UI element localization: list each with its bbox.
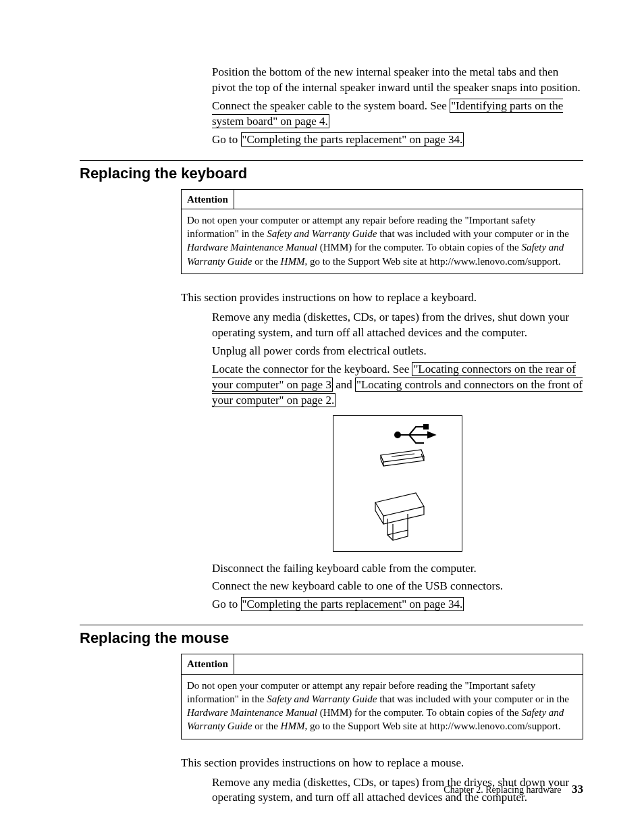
t: HMM <box>281 256 305 267</box>
heading-replacing-keyboard: Replacing the keyboard <box>80 165 583 182</box>
keyboard-step-2: Unplug all power cords from electrical o… <box>212 344 583 359</box>
mouse-intro: This section provides instructions on ho… <box>181 756 583 771</box>
usb-connector-figure <box>333 415 462 552</box>
section-divider <box>80 160 583 161</box>
section-divider-2 <box>80 625 583 625</box>
attention-label: Attention <box>182 654 234 673</box>
keyboard-intro: This section provides instructions on ho… <box>181 290 583 306</box>
keyboard-step-5: Connect the new keyboard cable to one of… <box>212 579 583 594</box>
t: Hardware Maintenance Manual <box>187 707 317 718</box>
heading-replacing-mouse: Replacing the mouse <box>80 629 583 647</box>
attention-box-mouse: Attention Do not open your computer or a… <box>181 654 583 739</box>
intro-step-position: Position the bottom of the new internal … <box>212 65 583 96</box>
t: Safety and Warranty Guide <box>267 228 377 239</box>
intro-step-goto: Go to "Completing the parts replacement"… <box>212 132 583 148</box>
footer-page-number: 33 <box>572 783 583 796</box>
t: (HMM) for the computer. To obtain copies… <box>317 242 521 253</box>
intro-step-connect: Connect the speaker cable to the system … <box>212 99 583 130</box>
keyboard-step-6: Go to "Completing the parts replacement"… <box>212 597 583 613</box>
t: Hardware Maintenance Manual <box>187 242 317 253</box>
svg-line-8 <box>392 454 414 457</box>
link-completing-replacement[interactable]: "Completing the parts replacement" on pa… <box>241 132 464 147</box>
t: , go to the Support Web site at http://w… <box>304 721 560 731</box>
attention-title-row: Attention <box>182 190 583 209</box>
t: Go to <box>212 598 241 610</box>
svg-marker-4 <box>381 450 424 462</box>
svg-point-0 <box>395 432 400 438</box>
t: HMM <box>281 721 305 731</box>
keyboard-step-4: Disconnect the failing keyboard cable fr… <box>212 561 583 577</box>
t: or the <box>252 721 281 731</box>
link-completing-replacement-2[interactable]: "Completing the parts replacement" on pa… <box>241 597 464 611</box>
t: that was included with your computer or … <box>377 694 569 704</box>
t: (HMM) for the computer. To obtain copies… <box>317 707 521 718</box>
footer-chapter: Chapter 2. Replacing hardware <box>444 785 561 795</box>
t: or the <box>252 256 281 267</box>
svg-rect-2 <box>424 425 428 429</box>
attention-body: Do not open your computer or attempt any… <box>182 675 583 739</box>
keyboard-step-3: Locate the connector for the keyboard. S… <box>212 362 583 409</box>
keyboard-step-1: Remove any media (diskettes, CDs, or tap… <box>212 310 583 341</box>
svg-marker-3 <box>428 432 435 438</box>
page-footer: Chapter 2. Replacing hardware 33 <box>444 783 583 796</box>
t: Locate the connector for the keyboard. S… <box>212 363 412 375</box>
t: , go to the Support Web site at http://w… <box>304 256 560 267</box>
t: that was included with your computer or … <box>377 228 569 239</box>
attention-body: Do not open your computer or attempt any… <box>182 209 583 273</box>
attention-label: Attention <box>182 190 234 209</box>
svg-marker-9 <box>375 493 424 516</box>
t: and <box>333 378 355 391</box>
attention-box-keyboard: Attention Do not open your computer or a… <box>181 189 583 274</box>
text: Go to <box>212 133 241 146</box>
attention-title-row: Attention <box>182 654 583 674</box>
text: Connect the speaker cable to the system … <box>212 99 450 112</box>
t: Safety and Warranty Guide <box>267 694 377 704</box>
